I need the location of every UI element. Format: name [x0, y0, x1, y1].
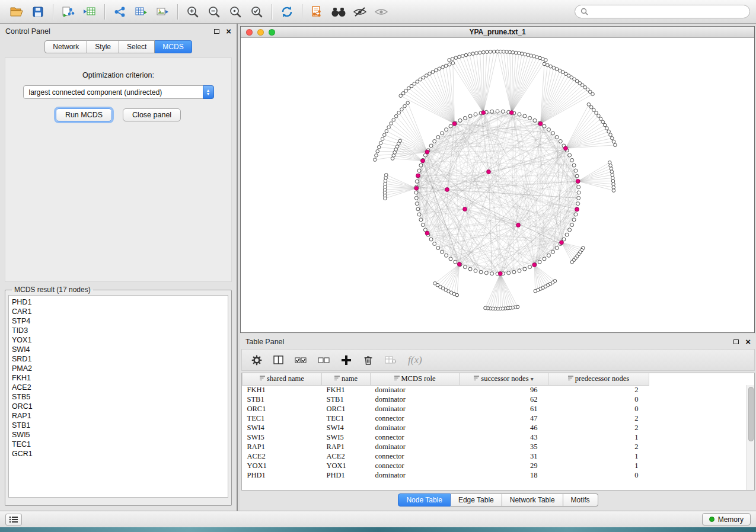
import-network-button[interactable]: [58, 2, 79, 21]
network-node[interactable]: [441, 250, 444, 254]
network-dominator-node[interactable]: [416, 174, 420, 178]
network-leaf-node[interactable]: [601, 120, 605, 124]
tab-style[interactable]: Style: [87, 40, 119, 53]
network-node[interactable]: [415, 202, 419, 206]
network-leaf-node[interactable]: [511, 51, 515, 55]
window-zoom-button[interactable]: [269, 29, 275, 36]
network-node[interactable]: [574, 213, 578, 216]
network-leaf-node[interactable]: [484, 306, 487, 310]
network-leaf-node[interactable]: [552, 66, 556, 70]
close-panel-icon[interactable]: ×: [745, 337, 751, 346]
network-dominator-node[interactable]: [425, 231, 429, 235]
network-leaf-node[interactable]: [407, 86, 410, 90]
network-node[interactable]: [512, 270, 516, 274]
column-header-successor-nodes[interactable]: successor nodes ▾: [460, 373, 548, 385]
network-leaf-node[interactable]: [612, 186, 615, 190]
network-leaf-node[interactable]: [587, 103, 591, 107]
network-node[interactable]: [528, 116, 532, 120]
select-all-button[interactable]: [295, 355, 307, 365]
network-node[interactable]: [507, 271, 511, 275]
network-node[interactable]: [449, 124, 452, 128]
mcds-result-item[interactable]: RAP1: [12, 411, 225, 421]
table-row[interactable]: STB1STB1dominator620: [243, 395, 649, 404]
network-node[interactable]: [454, 260, 457, 264]
network-leaf-node[interactable]: [612, 182, 615, 186]
zoom-selected-button[interactable]: [225, 2, 246, 21]
network-dominator-node[interactable]: [560, 241, 564, 245]
network-node[interactable]: [474, 113, 477, 116]
table-row[interactable]: ORC1ORC1dominator610: [243, 404, 649, 414]
table-row[interactable]: ACE2ACE2connector311: [243, 451, 649, 461]
network-leaf-node[interactable]: [546, 63, 550, 67]
network-node[interactable]: [445, 128, 448, 132]
network-node[interactable]: [543, 124, 546, 128]
table-settings-button[interactable]: [251, 355, 262, 366]
export-image-button[interactable]: [152, 2, 173, 21]
network-dominator-node[interactable]: [538, 121, 543, 126]
mcds-result-item[interactable]: TEC1: [12, 440, 225, 449]
network-node[interactable]: [565, 233, 569, 236]
network-node[interactable]: [463, 116, 467, 120]
network-leaf-node[interactable]: [458, 55, 461, 59]
zoom-out-button[interactable]: [203, 2, 225, 21]
network-leaf-node[interactable]: [385, 174, 388, 177]
network-leaf-node[interactable]: [612, 140, 615, 143]
network-node[interactable]: [436, 246, 440, 250]
network-node[interactable]: [414, 191, 418, 194]
mcds-result-item[interactable]: PHD1: [12, 297, 225, 307]
network-leaf-node[interactable]: [489, 50, 492, 54]
network-leaf-node[interactable]: [544, 59, 548, 62]
network-leaf-node[interactable]: [609, 133, 613, 137]
mcds-result-item[interactable]: YOX1: [12, 335, 225, 345]
network-leaf-node[interactable]: [397, 111, 401, 115]
network-dominator-node[interactable]: [452, 121, 457, 126]
table-row[interactable]: SWI4SWI4dominator462: [243, 423, 649, 432]
network-node[interactable]: [501, 110, 505, 113]
network-leaf-node[interactable]: [611, 173, 614, 177]
network-node[interactable]: [572, 164, 576, 167]
tab-mcds[interactable]: MCDS: [155, 40, 192, 53]
network-leaf-node[interactable]: [570, 261, 574, 264]
network-leaf-node[interactable]: [448, 63, 451, 66]
network-leaf-node[interactable]: [404, 89, 408, 92]
network-leaf-node[interactable]: [471, 52, 475, 56]
network-leaf-node[interactable]: [431, 70, 435, 74]
search-network-button[interactable]: [328, 2, 349, 21]
table-row[interactable]: TEC1TEC1connector472: [243, 414, 649, 423]
column-header-name[interactable]: name: [322, 373, 371, 385]
network-node[interactable]: [570, 223, 574, 227]
mcds-result-item[interactable]: TID3: [12, 326, 225, 335]
network-node[interactable]: [419, 218, 423, 222]
export-network-button[interactable]: [109, 2, 130, 21]
network-node[interactable]: [576, 202, 580, 206]
network-node[interactable]: [577, 196, 580, 200]
network-node[interactable]: [429, 238, 433, 241]
show-columns-button[interactable]: [273, 355, 283, 365]
zoom-fit-button[interactable]: [246, 2, 267, 21]
network-leaf-node[interactable]: [419, 78, 422, 81]
task-history-button[interactable]: [5, 514, 22, 525]
network-node[interactable]: [468, 114, 472, 118]
column-header-predecessor-nodes[interactable]: predecessor nodes: [548, 373, 649, 385]
network-node[interactable]: [490, 272, 494, 275]
share-document-button[interactable]: [307, 2, 328, 21]
network-leaf-node[interactable]: [464, 53, 468, 57]
network-dominator-node[interactable]: [414, 186, 419, 190]
mcds-result-item[interactable]: STB5: [12, 392, 225, 402]
network-leaf-node[interactable]: [591, 92, 595, 96]
network-dominator-node[interactable]: [564, 146, 568, 150]
network-node[interactable]: [433, 140, 436, 143]
network-leaf-node[interactable]: [609, 164, 613, 168]
close-panel-icon[interactable]: ×: [226, 27, 231, 36]
network-node[interactable]: [518, 113, 521, 116]
network-node[interactable]: [414, 196, 418, 200]
network-leaf-node[interactable]: [448, 59, 451, 62]
network-node[interactable]: [415, 180, 419, 183]
network-leaf-node[interactable]: [438, 67, 441, 70]
open-file-button[interactable]: [6, 2, 27, 21]
network-leaf-node[interactable]: [549, 65, 553, 68]
add-column-button[interactable]: [341, 355, 352, 366]
network-node[interactable]: [441, 132, 444, 135]
network-leaf-node[interactable]: [590, 105, 594, 109]
network-node[interactable]: [463, 265, 467, 269]
